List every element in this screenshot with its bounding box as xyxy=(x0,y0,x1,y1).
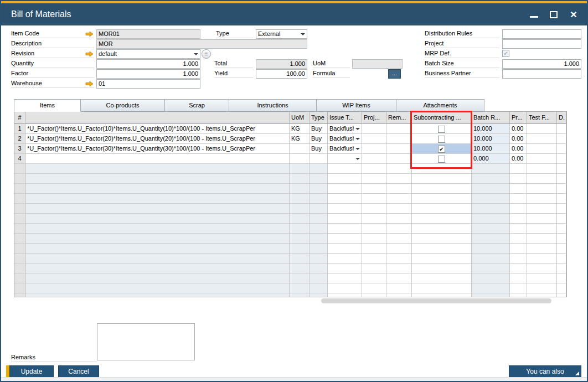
warehouse-field[interactable]: 01 xyxy=(96,79,200,89)
cell-proj[interactable] xyxy=(362,144,386,154)
cell-price[interactable]: 0.00 xyxy=(510,144,527,154)
revision-link-arrow-icon[interactable] xyxy=(85,51,94,57)
maximize-button[interactable] xyxy=(548,9,559,20)
cell-d[interactable] xyxy=(557,124,566,134)
column-header-test[interactable]: Test F... xyxy=(527,112,557,124)
cell-price[interactable]: 0.00 xyxy=(510,124,527,134)
column-header-num[interactable]: # xyxy=(14,112,25,124)
mrp-def-checkbox[interactable]: ✔ xyxy=(502,50,509,57)
cancel-button[interactable]: Cancel xyxy=(58,365,99,378)
titlebar[interactable]: Bill of Materials ✕ xyxy=(1,3,587,25)
cell-test[interactable] xyxy=(527,144,557,154)
column-header-formula[interactable] xyxy=(25,112,290,124)
cell-batch[interactable]: 10.000 xyxy=(472,134,510,144)
tab-scrap[interactable]: Scrap xyxy=(165,99,229,112)
cell-formula[interactable]: *U_Factor()*Items.U_Factor(10)*Items.U_Q… xyxy=(25,124,290,134)
cell-type[interactable] xyxy=(310,154,328,164)
column-header-issue[interactable]: Issue T... xyxy=(328,112,362,124)
subcontracting-checkbox[interactable]: ✔ xyxy=(438,146,445,153)
cell-formula[interactable]: *U_Factor()*Items.U_Factor(20)*Items.U_Q… xyxy=(25,134,290,144)
cell-d[interactable] xyxy=(557,154,566,164)
quantity-field[interactable]: 1.000 xyxy=(96,59,200,69)
cell-issue[interactable]: Backflush xyxy=(328,134,362,144)
business-partner-field[interactable] xyxy=(502,69,581,79)
cell-batch[interactable]: 0.000 xyxy=(472,154,510,164)
cell-issue[interactable] xyxy=(328,154,362,164)
distribution-rules-field[interactable] xyxy=(502,29,581,39)
cell-test[interactable] xyxy=(527,154,557,164)
project-field[interactable] xyxy=(502,39,581,49)
cell-num[interactable]: 1 xyxy=(14,124,25,134)
cell-issue[interactable]: Backflush xyxy=(328,124,362,134)
tab-items[interactable]: Items xyxy=(14,99,81,112)
factor-field[interactable]: 1.000 xyxy=(96,69,200,79)
cell-type[interactable]: Buy xyxy=(310,134,328,144)
cell-price[interactable]: 0.00 xyxy=(510,134,527,144)
remarks-textarea[interactable] xyxy=(97,323,195,360)
cell-type[interactable]: Buy xyxy=(310,144,328,154)
cell-formula[interactable]: *U_Factor()*Items.U_Factor(30)*Items.U_Q… xyxy=(25,144,290,154)
cell-uom[interactable]: KG xyxy=(290,124,310,134)
tab-co-products[interactable]: Co-products xyxy=(81,99,165,112)
cell-num[interactable]: 3 xyxy=(14,144,25,154)
cell-d[interactable] xyxy=(557,144,566,154)
cell-batch[interactable]: 10.000 xyxy=(472,144,510,154)
cell-subcontracting[interactable]: ✔ xyxy=(412,144,472,154)
cell-subcontracting[interactable] xyxy=(412,134,472,144)
cell-rem[interactable] xyxy=(386,144,412,154)
tab-attachments[interactable]: Attachments xyxy=(396,99,484,112)
yield-field[interactable]: 100.00 xyxy=(256,69,307,79)
empty-cell xyxy=(290,224,310,234)
cell-batch[interactable]: 10.000 xyxy=(472,124,510,134)
batch-size-field[interactable]: 1.000 xyxy=(502,59,581,69)
column-header-subcontracting[interactable]: Subcontracting ... xyxy=(412,112,472,124)
cell-subcontracting[interactable] xyxy=(412,124,472,134)
item-code-field[interactable]: MOR01 xyxy=(96,29,200,39)
column-header-d[interactable]: D. xyxy=(557,112,566,124)
cell-proj[interactable] xyxy=(362,134,386,144)
cell-test[interactable] xyxy=(527,124,557,134)
minimize-button[interactable] xyxy=(528,9,539,20)
empty-cell xyxy=(472,254,510,264)
cell-d[interactable] xyxy=(557,134,566,144)
column-header-type[interactable]: Type xyxy=(310,112,328,124)
subcontracting-checkbox[interactable] xyxy=(438,136,445,143)
subcontracting-checkbox[interactable] xyxy=(438,156,445,163)
horizontal-scrollbar[interactable] xyxy=(321,298,551,303)
cell-uom[interactable]: KG xyxy=(290,134,310,144)
description-field[interactable]: MOR xyxy=(96,39,307,49)
update-button[interactable]: Update xyxy=(9,365,54,378)
cell-type[interactable]: Buy xyxy=(310,124,328,134)
revision-options-icon[interactable]: ≡ xyxy=(202,49,211,59)
cell-formula[interactable] xyxy=(25,154,290,164)
cell-subcontracting[interactable] xyxy=(412,154,472,164)
subcontracting-checkbox[interactable] xyxy=(438,126,445,133)
tab-wip-items[interactable]: WIP Items xyxy=(317,99,396,112)
you-can-also-button[interactable]: You can also xyxy=(509,365,581,378)
column-header-proj[interactable]: Proj... xyxy=(362,112,386,124)
cell-proj[interactable] xyxy=(362,154,386,164)
cell-rem[interactable] xyxy=(386,154,412,164)
close-button[interactable]: ✕ xyxy=(568,9,579,20)
formula-ellipsis-button[interactable]: ... xyxy=(388,69,401,79)
cell-uom[interactable] xyxy=(290,154,310,164)
column-header-price[interactable]: Pr... xyxy=(510,112,527,124)
type-select[interactable]: External xyxy=(256,29,307,39)
cell-issue[interactable]: Backflush xyxy=(328,144,362,154)
empty-cell xyxy=(527,264,557,273)
cell-rem[interactable] xyxy=(386,134,412,144)
cell-test[interactable] xyxy=(527,134,557,144)
cell-uom[interactable] xyxy=(290,144,310,154)
cell-num[interactable]: 2 xyxy=(14,134,25,144)
warehouse-link-arrow-icon[interactable] xyxy=(85,81,94,87)
column-header-rem[interactable]: Rem... xyxy=(386,112,412,124)
cell-num[interactable]: 4 xyxy=(14,154,25,164)
column-header-uom[interactable]: UoM xyxy=(290,112,310,124)
revision-select[interactable]: default xyxy=(96,49,200,59)
cell-rem[interactable] xyxy=(386,124,412,134)
item-code-link-arrow-icon[interactable] xyxy=(85,31,94,37)
column-header-batch[interactable]: Batch R... xyxy=(472,112,510,124)
cell-proj[interactable] xyxy=(362,124,386,134)
cell-price[interactable]: 0.00 xyxy=(510,154,527,164)
tab-instructions[interactable]: Instructions xyxy=(229,99,317,112)
